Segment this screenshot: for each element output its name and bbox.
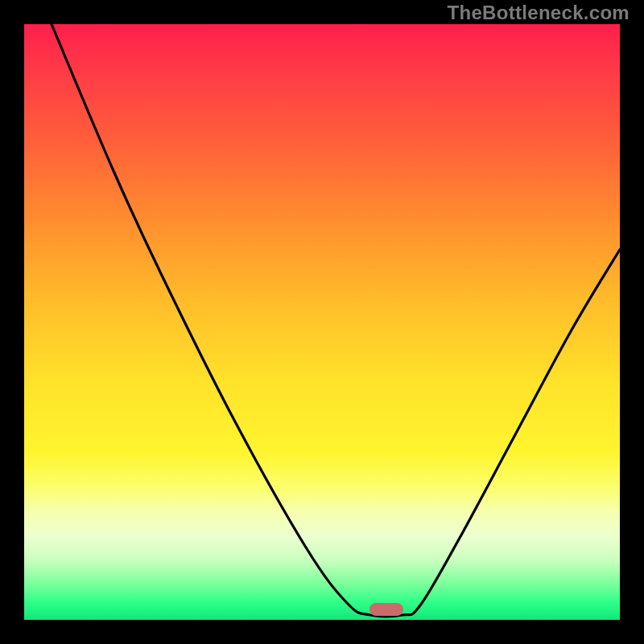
chart-frame: TheBottleneck.com <box>0 0 644 644</box>
plot-area <box>24 24 620 620</box>
optimum-marker <box>369 603 403 616</box>
watermark-text: TheBottleneck.com <box>448 2 630 24</box>
curve-path <box>52 24 620 617</box>
bottleneck-curve <box>24 24 620 620</box>
